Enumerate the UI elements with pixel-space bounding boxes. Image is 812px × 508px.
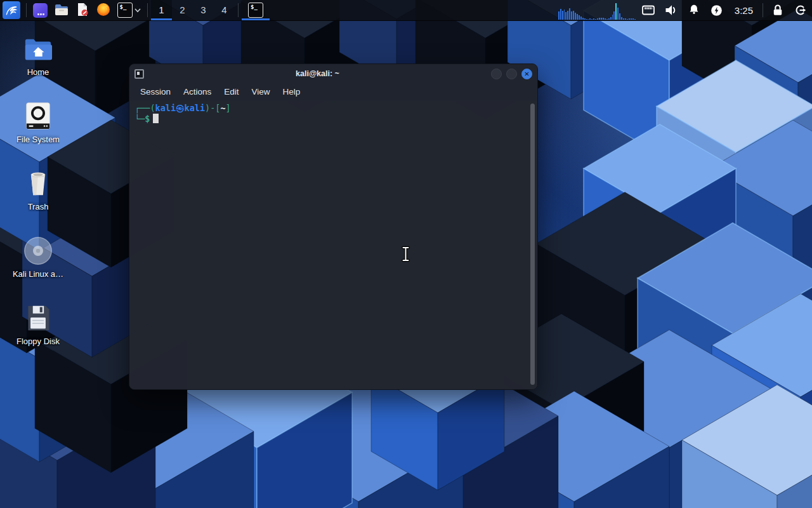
disc-icon [22, 236, 54, 266]
panel-separator [238, 3, 239, 17]
window-menubar: Session Actions Edit View Help [129, 83, 537, 100]
terminal-icon: $_ [117, 3, 133, 18]
show-desktop-launcher[interactable] [30, 0, 51, 21]
applications-menu-button[interactable] [0, 0, 23, 21]
logout-icon[interactable] [789, 0, 812, 21]
desktop-icon-floppy-disk[interactable]: Floppy Disk [6, 303, 70, 346]
terminal-cursor [153, 114, 159, 123]
workspace-4[interactable]: 4 [214, 0, 235, 20]
text-editor-launcher[interactable] [72, 0, 93, 21]
desktop-icon-trash[interactable]: Trash [6, 168, 70, 211]
terminal-scrollbar[interactable] [530, 104, 535, 385]
desktop-icon-label: File System [16, 135, 60, 144]
document-edit-icon [75, 2, 90, 19]
terminal-window: kali@kali: ~ Session Actions Edit View H… [129, 64, 538, 390]
workspace-switcher: 1 2 3 4 [151, 0, 235, 20]
prompt-line-2: └─$ [134, 114, 532, 124]
network-ethernet-icon[interactable] [637, 0, 660, 21]
close-button[interactable] [521, 69, 532, 79]
desktop-icon-label: Floppy Disk [16, 337, 60, 346]
firefox-icon [96, 2, 111, 19]
workspace-1[interactable]: 1 [151, 0, 172, 20]
window-title: kali@kali: ~ [144, 69, 491, 78]
top-panel: $_ 1 2 3 4 $_ [0, 0, 812, 21]
folder-icon [54, 2, 69, 19]
purple-app-icon [33, 3, 48, 18]
desktop-icon-label: Kali Linux a… [13, 269, 63, 279]
panel-separator [763, 3, 763, 17]
desktop-icon-file-system[interactable]: File System [6, 101, 70, 144]
terminal-launcher[interactable]: $_ [114, 0, 144, 21]
cpu-graph[interactable] [557, 0, 637, 20]
panel-separator [147, 3, 148, 17]
firefox-launcher[interactable] [93, 0, 114, 21]
terminal-content[interactable]: ┌──(kali㉿kali)-[~] └─$ [129, 100, 537, 389]
minimize-button[interactable] [491, 69, 502, 79]
file-manager-launcher[interactable] [51, 0, 72, 21]
window-terminal-icon [134, 69, 144, 79]
notifications-bell-icon[interactable] [683, 0, 705, 21]
drive-icon [24, 101, 52, 131]
taskbar-terminal-button[interactable]: $_ [242, 0, 270, 20]
menu-session[interactable]: Session [134, 85, 176, 98]
terminal-icon: $_ [248, 3, 263, 18]
lock-screen-icon[interactable] [766, 0, 789, 21]
workspace-2[interactable]: 2 [172, 0, 193, 20]
desktop-icon-label: Trash [28, 202, 49, 211]
maximize-button[interactable] [506, 69, 517, 79]
trash-icon [24, 168, 52, 199]
desktop-icon-label: Home [27, 67, 49, 77]
panel-separator [26, 3, 27, 17]
menu-actions[interactable]: Actions [178, 85, 217, 98]
window-titlebar[interactable]: kali@kali: ~ [129, 64, 537, 83]
desktop: $_ 1 2 3 4 $_ [0, 0, 812, 508]
power-manager-icon[interactable] [705, 0, 728, 21]
workspace-3[interactable]: 3 [193, 0, 214, 20]
menu-help[interactable]: Help [277, 85, 306, 98]
clock[interactable]: 3:25 [728, 5, 759, 16]
menu-edit[interactable]: Edit [218, 85, 244, 98]
volume-icon[interactable] [660, 0, 683, 21]
desktop-icon-kali-linux[interactable]: Kali Linux a… [6, 236, 70, 279]
desktop-icon-list: Home File System [6, 34, 70, 346]
prompt-line-1: ┌──(kali㉿kali)-[~] [134, 103, 532, 114]
chevron-down-icon [134, 8, 141, 13]
home-folder-icon [23, 34, 53, 64]
floppy-icon [24, 303, 52, 333]
desktop-icon-home[interactable]: Home [6, 34, 70, 77]
menu-view[interactable]: View [246, 85, 276, 98]
kali-dragon-icon [3, 1, 20, 19]
